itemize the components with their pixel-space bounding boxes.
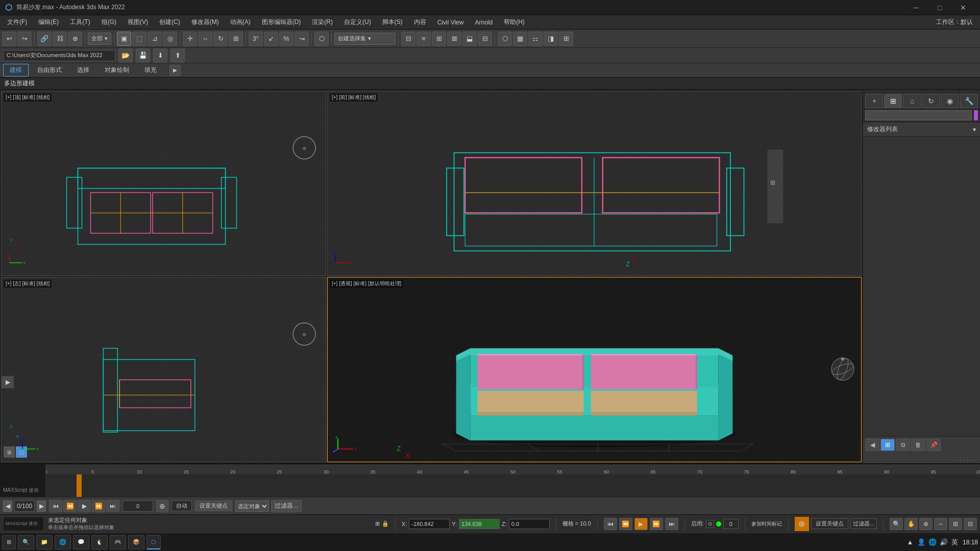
tb-icon6[interactable]: ⊟ bbox=[478, 32, 492, 46]
taskbar-browser[interactable]: 🌐 bbox=[55, 535, 71, 549]
nav-icon3[interactable]: ⊕ bbox=[919, 518, 933, 530]
mode-fill[interactable]: 填充 bbox=[138, 64, 163, 77]
select-all-dropdown[interactable]: 全部 ▾ bbox=[88, 33, 111, 45]
unlink-button[interactable]: ⛓ bbox=[53, 32, 67, 46]
menu-graph[interactable]: 图形编辑器(D) bbox=[257, 16, 306, 29]
add-keyframe-big-button[interactable]: ⊕ bbox=[795, 517, 809, 531]
minimize-button[interactable]: ─ bbox=[904, 0, 928, 15]
prev-frame-button[interactable]: ⏪ bbox=[63, 500, 77, 512]
next-frame-button[interactable]: ⏩ bbox=[92, 500, 105, 512]
timeline-track[interactable]: 0510152025303540455055606570758085909510… bbox=[46, 464, 980, 497]
paint-select-button[interactable]: ◎ bbox=[163, 32, 177, 46]
set-key-button[interactable]: 设置关键点 bbox=[811, 518, 848, 529]
set-keyframe-button[interactable]: 设置关键点 bbox=[195, 500, 232, 511]
auto-keyframe-button[interactable]: 自动 bbox=[172, 500, 192, 511]
menu-animation[interactable]: 动画(A) bbox=[225, 16, 256, 29]
rp-copy-button[interactable]: ⧉ bbox=[896, 439, 910, 451]
search-button[interactable]: 🔍 bbox=[18, 535, 34, 549]
transform-button[interactable]: ✛ bbox=[183, 32, 197, 46]
nav-icon2[interactable]: ✋ bbox=[904, 518, 918, 530]
go-start-button[interactable]: ⏮ bbox=[49, 500, 62, 512]
statusbar-isolation-icon[interactable]: ⊞ bbox=[375, 520, 380, 527]
vp-left-label[interactable]: [+] [左] [标准] [线框] bbox=[4, 280, 52, 288]
timeline-scrubber[interactable] bbox=[77, 474, 82, 497]
maximize-button[interactable]: □ bbox=[928, 0, 951, 15]
menu-script[interactable]: 脚本(S) bbox=[377, 16, 408, 29]
tb-icon1[interactable]: ⊟ bbox=[401, 32, 415, 46]
save-file-button[interactable]: 💾 bbox=[136, 48, 150, 63]
frame-next-arrow[interactable]: ▶ bbox=[37, 500, 46, 512]
rp-delete-button[interactable]: 🗑 bbox=[911, 439, 925, 451]
statusbar-lock-icon[interactable]: 🔒 bbox=[382, 520, 389, 527]
menu-workspace[interactable]: 工作区：默认 bbox=[931, 16, 978, 29]
clock-area[interactable]: 18:18 bbox=[963, 539, 978, 546]
menu-arnold[interactable]: Arnold bbox=[470, 17, 498, 28]
menu-customize[interactable]: 自定义(U) bbox=[339, 16, 376, 29]
taskbar-files[interactable]: 📁 bbox=[36, 535, 53, 549]
add-time-marker-button[interactable]: ⊕ bbox=[156, 500, 168, 512]
mirror-button[interactable]: ⬡ bbox=[314, 32, 329, 46]
menu-create[interactable]: 创建(C) bbox=[154, 16, 185, 29]
enable-icon[interactable]: ⊙ bbox=[706, 520, 714, 528]
x-input[interactable] bbox=[409, 519, 450, 529]
rp-back-button[interactable]: ◀ bbox=[865, 439, 879, 451]
tb-icon3[interactable]: ⊞ bbox=[432, 32, 446, 46]
nav-icon1[interactable]: 🔍 bbox=[890, 518, 903, 530]
menu-view[interactable]: 视图(V) bbox=[122, 16, 153, 29]
path-input[interactable] bbox=[3, 50, 115, 61]
vp-persp-gizmo[interactable] bbox=[830, 357, 855, 383]
rp-tab-motion[interactable]: ↻ bbox=[922, 94, 940, 108]
taskbar-penguin[interactable]: 🐧 bbox=[91, 535, 108, 549]
frame-input[interactable] bbox=[122, 500, 153, 512]
menu-render[interactable]: 渲染(R) bbox=[307, 16, 338, 29]
vp-top-label[interactable]: [+] [顶] [标准] [线框] bbox=[4, 93, 52, 102]
env-button[interactable]: ◨ bbox=[544, 32, 558, 46]
vp-persp-label[interactable]: [+] [透视] [标准] [默认明暗处理] bbox=[330, 280, 403, 288]
rp-tab-display[interactable]: ◉ bbox=[941, 94, 959, 108]
viewport-perspective[interactable]: [+] [透视] [标准] [默认明暗处理] bbox=[327, 277, 862, 462]
menu-civilview[interactable]: Civil View bbox=[432, 17, 469, 28]
rp-tab-utilities[interactable]: 🔧 bbox=[960, 94, 978, 108]
time-input[interactable] bbox=[723, 519, 739, 529]
tray-volume-icon[interactable]: 🔊 bbox=[939, 538, 948, 547]
scale-button[interactable]: ⊞ bbox=[229, 32, 243, 46]
select-object-dropdown[interactable]: 选定对象 bbox=[235, 500, 269, 512]
select-region-button[interactable]: ⬚ bbox=[132, 32, 146, 46]
menu-edit[interactable]: 编辑(E) bbox=[33, 16, 64, 29]
nav-icon4[interactable]: ↔ bbox=[934, 518, 947, 530]
snap-button[interactable]: 3° bbox=[249, 32, 263, 46]
taskbar-app2[interactable]: 📦 bbox=[128, 535, 144, 549]
go-end-button[interactable]: ⏭ bbox=[106, 500, 119, 512]
status-go-start[interactable]: ⏮ bbox=[604, 518, 617, 530]
viewport-left[interactable]: [+] [左] [标准] [线框] bbox=[1, 277, 326, 462]
mode-paint[interactable]: 对象绘制 bbox=[98, 64, 136, 77]
viewport-front[interactable]: [+] [前] [标准] [线框] bbox=[327, 91, 862, 276]
close-button[interactable]: ✕ bbox=[951, 0, 975, 15]
taskbar-app1[interactable]: 🎮 bbox=[110, 535, 126, 549]
snap-toggle[interactable]: ↙ bbox=[264, 32, 278, 46]
tray-network-icon[interactable]: 🌐 bbox=[928, 538, 937, 547]
z-input[interactable] bbox=[509, 519, 550, 529]
move-button[interactable]: ↔ bbox=[198, 32, 212, 46]
spinner-snap[interactable]: ↝ bbox=[295, 32, 309, 46]
rp-search-input[interactable] bbox=[865, 110, 972, 120]
status-next[interactable]: ⏩ bbox=[650, 518, 663, 530]
export-button[interactable]: ⬆ bbox=[170, 48, 185, 63]
vp-front-label[interactable]: [+] [前] [标准] [线框] bbox=[330, 93, 378, 102]
rp-title-dropdown-icon[interactable]: ▾ bbox=[973, 126, 976, 133]
taskbar-3dsmax[interactable]: ⬡ bbox=[146, 535, 161, 549]
undo-button[interactable]: ↩ bbox=[2, 32, 16, 46]
render-extra[interactable]: ⊞ bbox=[559, 32, 573, 46]
tray-lang-icon[interactable]: 英 bbox=[950, 538, 960, 547]
select-button[interactable]: ▣ bbox=[117, 32, 131, 46]
mode-model[interactable]: 建模 bbox=[3, 64, 29, 77]
nav-icon6[interactable]: ⊟ bbox=[964, 518, 977, 530]
rotate-button[interactable]: ↻ bbox=[213, 32, 228, 46]
tb-icon2[interactable]: ≡ bbox=[416, 32, 431, 46]
mode-freeform[interactable]: 自由形式 bbox=[31, 64, 68, 77]
percent-snap[interactable]: % bbox=[279, 32, 293, 46]
menu-tools[interactable]: 工具(T) bbox=[65, 16, 95, 29]
status-end[interactable]: ⏭ bbox=[665, 518, 678, 530]
render-button[interactable]: ▦ bbox=[513, 32, 527, 46]
play-button[interactable]: ▶ bbox=[78, 500, 91, 512]
